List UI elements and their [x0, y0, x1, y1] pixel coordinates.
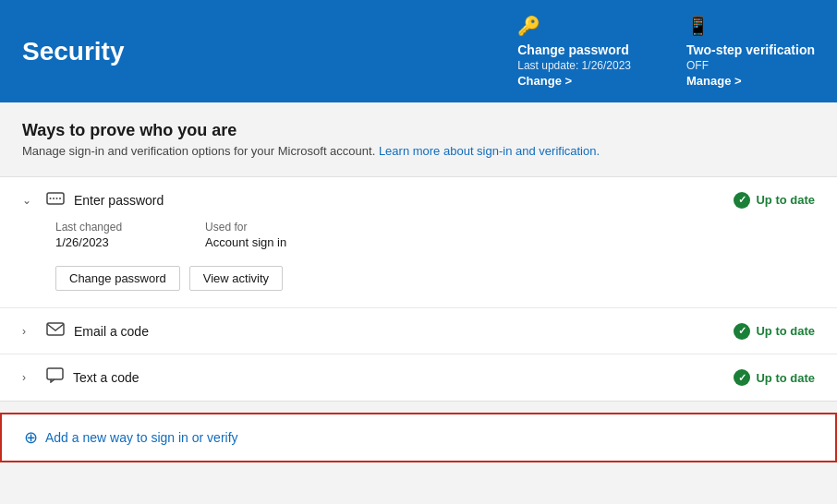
last-changed-value: 1/26/2023 [55, 235, 122, 249]
checkmark-icon: ✓ [734, 369, 750, 386]
learn-more-link[interactable]: Learn more about sign-in and verificatio… [379, 144, 600, 158]
email-label: Email a code [74, 324, 734, 339]
text-status: ✓ Up to date [734, 369, 815, 386]
password-status: ✓ Up to date [734, 192, 815, 209]
password-row[interactable]: ⌄ Enter password ✓ Up to date [22, 190, 815, 210]
last-changed-group: Last changed 1/26/2023 [55, 221, 122, 249]
chevron-down-icon: ⌄ [22, 194, 37, 207]
plus-circle-icon: ⊕ [24, 427, 38, 448]
key-icon: 🔑 [517, 15, 631, 37]
list-item[interactable]: › Text a code ✓ Up to date [0, 354, 837, 401]
password-details: Last changed 1/26/2023 Used for Account … [22, 210, 815, 257]
list-item[interactable]: ⌄ Enter password ✓ Up to date [0, 177, 837, 308]
svg-point-4 [59, 198, 61, 199]
change-password-last-update: Last update: 1/26/2023 [517, 59, 631, 72]
svg-point-3 [56, 198, 58, 199]
list-item[interactable]: › Email a code ✓ Up to date [0, 308, 837, 354]
email-icon [46, 321, 65, 341]
svg-point-1 [50, 198, 52, 199]
security-items-list: ⌄ Enter password ✓ Up to date [0, 176, 837, 402]
text-label: Text a code [73, 370, 734, 385]
email-status: ✓ Up to date [734, 323, 815, 340]
section-subtitle-text: Manage sign-in and verification options … [22, 144, 375, 158]
svg-point-2 [53, 198, 55, 199]
password-label: Enter password [74, 193, 734, 208]
text-status-text: Up to date [756, 371, 815, 385]
header-actions: 🔑 Change password Last update: 1/26/2023… [517, 15, 815, 88]
checkmark-icon: ✓ [734, 192, 750, 209]
email-row[interactable]: › Email a code ✓ Up to date [22, 321, 815, 341]
add-new-label: Add a new way to sign in or verify [45, 430, 238, 445]
change-password-header-item[interactable]: 🔑 Change password Last update: 1/26/2023… [517, 15, 631, 88]
text-message-icon [46, 367, 64, 388]
page-header: Security 🔑 Change password Last update: … [0, 0, 837, 102]
used-for-value: Account sign in [205, 235, 286, 249]
svg-rect-6 [47, 368, 63, 379]
two-step-manage-link[interactable]: Manage > [686, 74, 815, 88]
two-step-status: OFF [686, 59, 815, 72]
two-step-header-label: Two-step verification [686, 42, 815, 57]
chevron-right-icon: › [22, 371, 37, 384]
used-for-label: Used for [205, 221, 286, 234]
last-changed-label: Last changed [55, 221, 122, 234]
view-activity-button[interactable]: View activity [189, 266, 283, 291]
svg-rect-5 [47, 323, 64, 335]
section-header: Ways to prove who you are Manage sign-in… [0, 102, 837, 165]
phone-icon: 📱 [686, 15, 815, 37]
main-content: Ways to prove who you are Manage sign-in… [0, 102, 837, 462]
two-step-header-item[interactable]: 📱 Two-step verification OFF Manage > [686, 15, 815, 88]
password-icon [46, 190, 65, 210]
change-password-link[interactable]: Change > [517, 74, 631, 88]
checkmark-icon: ✓ [734, 323, 750, 340]
used-for-detail: Used for Account sign in [205, 221, 286, 249]
add-new-way-button[interactable]: ⊕ Add a new way to sign in or verify [0, 413, 837, 462]
page-title: Security [22, 37, 207, 66]
password-status-text: Up to date [756, 193, 815, 207]
change-password-header-label: Change password [517, 42, 631, 57]
section-subtitle: Manage sign-in and verification options … [22, 144, 815, 158]
text-row[interactable]: › Text a code ✓ Up to date [22, 367, 815, 388]
chevron-right-icon: › [22, 325, 37, 338]
change-password-button[interactable]: Change password [55, 266, 180, 291]
used-for-group: Used for Account sign in [205, 221, 815, 249]
password-action-buttons: Change password View activity [22, 266, 815, 294]
email-status-text: Up to date [756, 324, 815, 338]
section-title: Ways to prove who you are [22, 121, 815, 140]
